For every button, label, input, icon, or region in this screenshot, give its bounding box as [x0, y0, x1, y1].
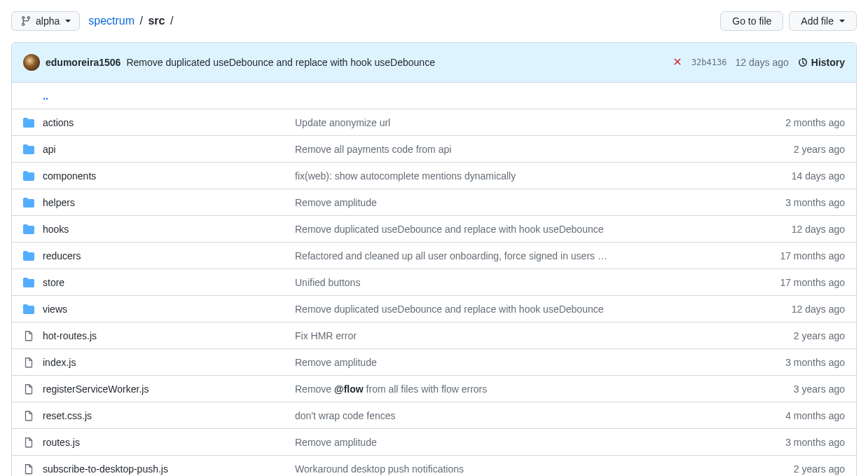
- entry-link[interactable]: routes.js: [43, 437, 80, 448]
- entry-name: actions: [43, 117, 295, 128]
- entry-commit-link[interactable]: Remove all payments code from api: [295, 144, 451, 155]
- entry-name: reducers: [43, 250, 295, 261]
- folder-icon: [23, 250, 43, 261]
- file-icon: [23, 437, 43, 448]
- file-icon: [23, 357, 43, 368]
- entry-link[interactable]: subscribe-to-desktop-push.js: [43, 463, 168, 475]
- entry-age: 2 years ago: [794, 144, 845, 155]
- entry-commit-message: Remove all payments code from api: [295, 144, 794, 155]
- entry-commit-link[interactable]: don't wrap code fences: [295, 410, 396, 421]
- table-row: registerServiceWorker.jsRemove @flow fro…: [12, 376, 856, 402]
- entry-commit-link[interactable]: Remove amplitude: [295, 437, 377, 448]
- folder-icon: [23, 144, 43, 155]
- entry-age: 2 months ago: [785, 117, 845, 128]
- entry-name: index.js: [43, 357, 295, 368]
- entry-commit-message: Remove amplitude: [295, 357, 785, 368]
- caret-down-icon: [65, 20, 71, 22]
- entry-link[interactable]: reducers: [43, 250, 81, 261]
- breadcrumb-repo-link[interactable]: spectrum: [88, 15, 135, 27]
- breadcrumb: spectrum / src /: [88, 15, 175, 27]
- topbar-right: Go to file Add file: [720, 11, 857, 31]
- topbar-left: alpha spectrum / src /: [11, 11, 175, 31]
- entry-name: views: [43, 304, 295, 315]
- entry-commit-link[interactable]: Remove duplicated useDebounce and replac…: [295, 304, 604, 315]
- entry-name: components: [43, 170, 295, 182]
- entry-commit-link[interactable]: Refactored and cleaned up all user onboa…: [295, 250, 607, 261]
- entry-commit-message: Remove duplicated useDebounce and replac…: [295, 304, 792, 315]
- entry-link[interactable]: store: [43, 277, 64, 288]
- entry-commit-message: Refactored and cleaned up all user onboa…: [295, 250, 780, 261]
- entry-age: 17 months ago: [780, 250, 845, 261]
- entry-commit-link[interactable]: Remove amplitude: [295, 357, 377, 368]
- entry-commit-link[interactable]: Fix HMR error: [295, 330, 357, 341]
- entry-age: 12 days ago: [792, 224, 845, 235]
- topbar: alpha spectrum / src / Go to file Add fi…: [11, 11, 857, 31]
- folder-icon: [23, 224, 43, 235]
- entry-link[interactable]: components: [43, 170, 96, 182]
- entry-link[interactable]: api: [43, 144, 56, 155]
- add-file-label: Add file: [801, 15, 834, 27]
- entry-link[interactable]: reset.css.js: [43, 410, 92, 421]
- table-row: hot-routes.jsFix HMR error2 years ago: [12, 322, 856, 349]
- branch-name: alpha: [36, 15, 60, 27]
- entry-commit-link[interactable]: Workaround desktop push notifications: [295, 463, 464, 475]
- entry-commit-link[interactable]: fix(web): show autocomplete mentions dyn…: [295, 170, 516, 182]
- file-icon: [23, 463, 43, 475]
- table-row: subscribe-to-desktop-push.jsWorkaround d…: [12, 456, 856, 476]
- history-label: History: [811, 57, 845, 68]
- commit-info: edumoreira1506 Remove duplicated useDebo…: [23, 54, 435, 71]
- entry-commit-message: Remove amplitude: [295, 197, 785, 208]
- branch-select-button[interactable]: alpha: [11, 11, 80, 31]
- folder-icon: [23, 304, 43, 315]
- table-row: actionsUpdate anonymize url2 months ago: [12, 109, 856, 136]
- entry-commit-message: don't wrap code fences: [295, 410, 785, 421]
- entry-link[interactable]: helpers: [43, 197, 75, 208]
- table-row: viewsRemove duplicated useDebounce and r…: [12, 296, 856, 322]
- entry-age: 3 years ago: [794, 383, 845, 395]
- entry-name: registerServiceWorker.js: [43, 383, 295, 395]
- folder-icon: [23, 277, 43, 288]
- entry-commit-link[interactable]: Update anonymize url: [295, 117, 390, 128]
- entry-link[interactable]: actions: [43, 117, 74, 128]
- entry-commit-link[interactable]: Remove @flow from all files with flow er…: [295, 383, 487, 395]
- file-box: edumoreira1506 Remove duplicated useDebo…: [11, 42, 857, 476]
- entry-link[interactable]: registerServiceWorker.js: [43, 383, 149, 395]
- breadcrumb-separator: /: [140, 15, 143, 27]
- entry-link[interactable]: index.js: [43, 357, 76, 368]
- entry-link[interactable]: hooks: [43, 224, 69, 235]
- commit-age: 12 days ago: [735, 57, 788, 68]
- entry-age: 3 months ago: [785, 437, 845, 448]
- entry-commit-link[interactable]: Remove amplitude: [295, 197, 377, 208]
- entry-commit-message: Fix HMR error: [295, 330, 794, 341]
- status-failed-icon[interactable]: [672, 56, 683, 69]
- avatar[interactable]: [23, 54, 40, 71]
- entry-name: hooks: [43, 224, 295, 235]
- entry-commit-link[interactable]: Unified buttons: [295, 277, 360, 288]
- entry-age: 2 years ago: [794, 463, 845, 475]
- file-icon: [23, 410, 43, 421]
- folder-icon: [23, 197, 43, 208]
- commit-meta: 32b4136 12 days ago History: [672, 56, 845, 69]
- entry-commit-link[interactable]: Remove duplicated useDebounce and replac…: [295, 224, 604, 235]
- table-row: routes.jsRemove amplitude3 months ago: [12, 429, 856, 456]
- commit-author[interactable]: edumoreira1506: [46, 57, 120, 68]
- entry-link[interactable]: views: [43, 304, 67, 315]
- commit-sha[interactable]: 32b4136: [691, 57, 727, 67]
- add-file-button[interactable]: Add file: [789, 11, 857, 31]
- entry-age: 12 days ago: [792, 304, 845, 315]
- entry-age: 4 months ago: [785, 410, 845, 421]
- entry-age: 3 months ago: [785, 197, 845, 208]
- entry-age: 17 months ago: [780, 277, 845, 288]
- entry-commit-message: Remove amplitude: [295, 437, 785, 448]
- history-link[interactable]: History: [797, 57, 845, 68]
- entry-commit-message: Remove @flow from all files with flow er…: [295, 383, 794, 395]
- go-to-file-button[interactable]: Go to file: [720, 11, 783, 31]
- entry-name: helpers: [43, 197, 295, 208]
- entry-link[interactable]: hot-routes.js: [43, 330, 97, 341]
- table-row: helpersRemove amplitude3 months ago: [12, 189, 856, 216]
- commit-message[interactable]: Remove duplicated useDebounce and replac…: [126, 57, 435, 68]
- caret-down-icon: [839, 20, 845, 22]
- parent-directory-link[interactable]: ..: [43, 90, 48, 102]
- table-row: hooksRemove duplicated useDebounce and r…: [12, 216, 856, 243]
- parent-directory-row[interactable]: ..: [12, 83, 856, 109]
